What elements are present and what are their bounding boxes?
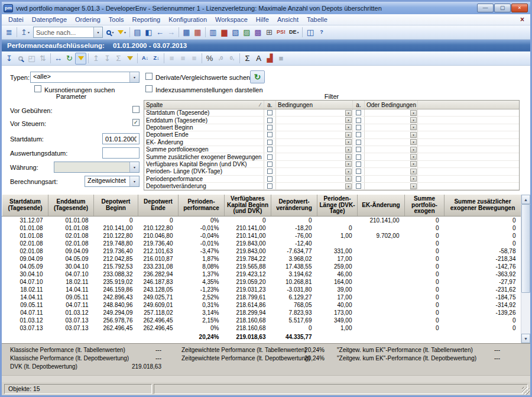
chevron-down-icon[interactable]: ▾	[345, 110, 352, 116]
maximize-button[interactable]: ▢	[494, 4, 511, 12]
table-row[interactable]: 30.04.1004.07.10233.088,32236.282,941,37…	[2, 270, 521, 278]
filter-or-checkbox[interactable]	[356, 162, 361, 167]
column-header-7[interactable]: Perioden-Länge (DVK-Tage)	[317, 195, 358, 216]
menu-reporting[interactable]: Reporting	[128, 15, 165, 24]
chevron-down-icon[interactable]: ▾	[345, 117, 352, 123]
font-icon[interactable]: A	[253, 53, 264, 64]
table-row[interactable]: 02.01.0809.04.09219.736,40212.101,63-3,4…	[2, 247, 521, 255]
fit-column-width-icon[interactable]: ↔	[53, 53, 64, 64]
bar-chart-icon[interactable]: ▆	[219, 27, 230, 38]
chevron-down-icon[interactable]: ▾	[410, 176, 417, 182]
table-row[interactable]: 01.03.1203.07.13256.978,76262.496,452,15…	[2, 317, 521, 324]
analysis-icon[interactable]: ▩	[252, 27, 264, 38]
filter-condition-select[interactable]: ▾	[276, 161, 353, 167]
filter-or-checkbox[interactable]	[356, 118, 361, 123]
preview-icon[interactable]: ◫	[304, 27, 316, 38]
filter-or-checkbox[interactable]	[356, 169, 361, 174]
kursnotierungen-checkbox[interactable]	[34, 85, 41, 92]
filter-condition-select[interactable]: ▾	[276, 117, 353, 123]
filter-and-checkbox[interactable]	[267, 154, 273, 160]
derivate-checkbox[interactable]	[145, 73, 153, 80]
table-row[interactable]: 04.05.0930.04.10215.792,53233.231,088,08…	[2, 263, 521, 270]
column-header-4[interactable]: Perioden-performance	[179, 195, 225, 216]
filter-or-condition-select[interactable]: ▾	[365, 131, 418, 138]
filter-or-condition-select[interactable]: ▾	[365, 176, 418, 182]
search-combo[interactable]: ▾	[33, 27, 103, 38]
depot-icon[interactable]: ▧	[230, 27, 241, 38]
search-dropdown-icon[interactable]: ▾	[93, 27, 102, 37]
close-button[interactable]: ×	[511, 4, 528, 12]
filter-or-checkbox[interactable]	[356, 154, 361, 160]
filter-header-and1[interactable]: a.	[264, 101, 276, 109]
filter-header-bedingungen[interactable]: Bedingungen	[276, 101, 353, 109]
filter-or-condition-select[interactable]: ▾	[365, 139, 418, 146]
menu-close-icon[interactable]: ×	[517, 15, 528, 24]
chevron-down-icon[interactable]: ▾	[410, 183, 417, 189]
menu-ansicht[interactable]: Ansicht	[273, 15, 303, 24]
index-checkbox[interactable]	[145, 85, 153, 92]
column-header-2[interactable]: Depotwert Beginn	[94, 195, 138, 216]
resize-grip-icon[interactable]	[522, 387, 530, 395]
filter-icon[interactable]: ▾	[116, 27, 128, 38]
export-table-icon[interactable]: ↧	[4, 53, 15, 64]
menu-tabelle[interactable]: Tabelle	[303, 15, 332, 24]
chevron-down-icon[interactable]: ▾	[345, 176, 352, 182]
column-header-1[interactable]: Enddatum (Tagesende)	[48, 195, 94, 216]
refresh-button[interactable]: ↻	[250, 70, 265, 83]
menu-workspace[interactable]: Workspace	[211, 15, 252, 24]
chevron-down-icon[interactable]: ▾	[129, 176, 139, 186]
chevron-down-icon[interactable]: ▾	[345, 124, 352, 130]
chevron-down-icon[interactable]: ▾	[345, 169, 352, 175]
reload-table-icon[interactable]: ↻	[64, 53, 75, 64]
windows-layout-icon[interactable]: ◧	[143, 27, 154, 38]
filter-or-condition-select[interactable]: ▾	[365, 146, 418, 153]
chevron-down-icon[interactable]: ▾	[410, 169, 417, 175]
workspace-list-icon[interactable]: ≣	[4, 27, 15, 38]
chevron-down-icon[interactable]: ▾	[410, 161, 417, 167]
filter-or-condition-select[interactable]: ▾	[365, 153, 418, 160]
filter-condition-select[interactable]: ▾	[276, 124, 353, 131]
filter-or-condition-select[interactable]: ▾	[365, 168, 418, 175]
table-row[interactable]: 01.01.0801.01.08210.141,00210.122,80-0,0…	[2, 224, 521, 232]
menu-konfiguration[interactable]: Konfiguration	[164, 15, 211, 24]
menu-ordering[interactable]: Ordering	[71, 15, 105, 24]
chevron-down-icon[interactable]: ▾	[129, 162, 139, 172]
chevron-down-icon[interactable]: ▾	[345, 132, 352, 138]
column-header-6[interactable]: Depotwert-veränderung	[271, 195, 317, 216]
berechnungsart-select[interactable]: Zeitgewichtet ▾	[85, 176, 140, 187]
filter-header-spalte[interactable]: Spalte ∕	[144, 101, 264, 109]
chevron-down-icon[interactable]: ▾	[410, 147, 417, 153]
auswertungsdatum-input[interactable]	[102, 147, 140, 159]
filter-condition-select[interactable]: ▾	[276, 146, 353, 153]
filter-condition-select[interactable]: ▾	[276, 183, 353, 189]
filter-and-checkbox[interactable]	[267, 162, 273, 167]
language-select[interactable]: DE▾	[287, 27, 301, 38]
menu-datenpflege[interactable]: Datenpflege	[28, 15, 71, 24]
filter-and-checkbox[interactable]	[267, 125, 273, 130]
table-row[interactable]: 09.05.1104.07.11248.840,96249.609,010,31…	[2, 301, 521, 309]
scroll-down-icon[interactable]: ▼	[521, 334, 530, 343]
vertical-scrollbar[interactable]: ▲ ▼	[521, 195, 530, 343]
row-filter-icon[interactable]	[124, 53, 135, 64]
back-icon[interactable]: ←	[154, 27, 166, 38]
filter-condition-select[interactable]: ▾	[276, 168, 353, 175]
filter-or-condition-select[interactable]: ▾	[365, 117, 418, 123]
filter-or-condition-select[interactable]: ▾	[365, 183, 418, 189]
filter-condition-select[interactable]: ▾	[276, 131, 353, 138]
table-row[interactable]: 14.04.1109.05.11242.896,43249.025,712,52…	[2, 293, 521, 301]
chevron-down-icon[interactable]: ▾	[345, 161, 352, 167]
table-row[interactable]: 09.04.0904.05.09212.042,85216.010,871,87…	[2, 255, 521, 263]
filter-condition-select[interactable]: ▾	[276, 109, 353, 116]
chevron-down-icon[interactable]: ▾	[129, 72, 139, 82]
report-icon[interactable]: ▨	[241, 27, 252, 38]
forward-icon[interactable]: →	[166, 27, 177, 38]
column-header-10[interactable]: Summe zusätzlicher exogener Bewegungen	[445, 195, 521, 216]
percent-format-icon[interactable]: %	[204, 53, 215, 64]
filter-or-condition-select[interactable]: ▾	[365, 109, 418, 116]
filter-or-checkbox[interactable]	[356, 132, 361, 137]
filter-and-checkbox[interactable]	[267, 176, 273, 182]
chevron-down-icon[interactable]: ▾	[410, 139, 417, 145]
search-input[interactable]	[34, 27, 93, 37]
column-header-9[interactable]: Summe portfolio-exogen	[405, 195, 445, 216]
pin-view-icon[interactable]: ↥▾	[19, 27, 31, 38]
